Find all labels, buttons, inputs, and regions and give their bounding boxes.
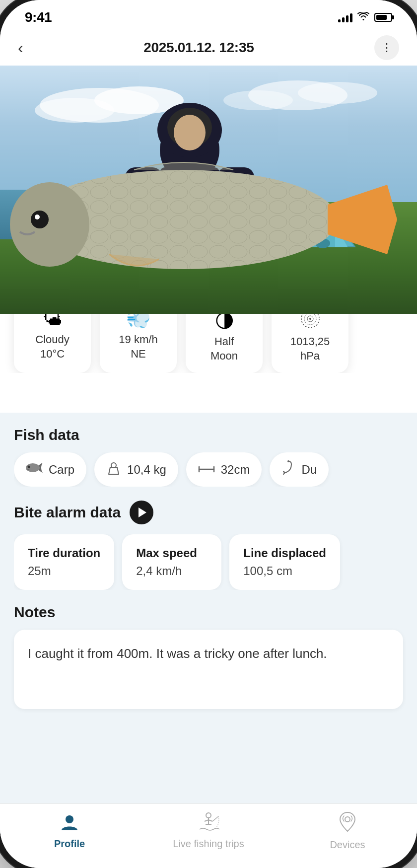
notes-section: Notes I caught it from 400m. It was a tr… [14, 604, 403, 709]
fish-hook-label: Du [301, 463, 317, 477]
fish-chip-length: 32cm [186, 452, 262, 487]
svg-point-4 [298, 82, 377, 104]
notes-text: I caught it from 400m. It was a tricky o… [14, 630, 403, 709]
svg-point-14 [174, 115, 206, 150]
fish-length-label: 32cm [221, 463, 250, 477]
weather-card-wind: 💨 19 km/hNE [100, 314, 177, 373]
svg-point-35 [206, 813, 211, 818]
profile-nav-label: Profile [54, 838, 85, 850]
nav-item-devices[interactable]: Devices [278, 811, 417, 851]
bite-cards-row: Tire duration 25m Max speed 2,4 km/h Lin… [14, 534, 403, 590]
play-button[interactable] [130, 501, 153, 524]
phone-frame: 9:41 ‹ 2025.01.12. 12:35 ⋮ [0, 0, 417, 868]
devices-nav-icon [338, 811, 357, 836]
signal-bars-icon [338, 12, 352, 22]
hero-image [0, 66, 417, 314]
header-title: 2025.01.12. 12:35 [143, 40, 254, 56]
fish-weight-label: 10,4 kg [127, 463, 166, 477]
fish-chips-row: Carp 10,4 kg [14, 452, 403, 487]
svg-point-36 [345, 817, 350, 822]
weight-icon [106, 460, 121, 479]
fish-data-title: Fish data [14, 427, 403, 443]
devices-nav-label: Devices [330, 839, 365, 851]
pressure-icon [299, 314, 321, 330]
wifi-icon [357, 12, 369, 23]
weather-moon-label: HalfMoon [210, 335, 238, 363]
weather-card-cloudy: 🌤 Cloudy10°C [14, 314, 91, 373]
more-button[interactable]: ⋮ [374, 35, 399, 60]
weather-wind-label: 19 km/hNE [119, 333, 157, 361]
half-moon-icon: ◑ [215, 314, 234, 330]
status-bar: 9:41 [0, 0, 417, 30]
nav-item-live-fishing[interactable]: Live fishing trips [139, 812, 278, 850]
fish-chip-hook: Du [270, 452, 329, 487]
back-button[interactable]: ‹ [18, 39, 23, 57]
battery-icon [374, 13, 392, 22]
line-displaced-value: 100,5 cm [243, 564, 326, 578]
live-fishing-nav-icon [198, 812, 219, 835]
fish-species-label: Carp [49, 463, 74, 477]
bite-card-line-displaced: Line displaced 100,5 cm [229, 534, 340, 590]
status-time: 9:41 [25, 9, 52, 25]
status-icons [338, 12, 392, 23]
weather-card-moon: ◑ HalfMoon [186, 314, 263, 373]
fish-image [10, 155, 397, 279]
svg-point-31 [28, 466, 30, 468]
play-triangle-icon [139, 507, 146, 517]
svg-point-29 [309, 318, 311, 320]
weather-cloudy-label: Cloudy10°C [35, 333, 69, 361]
bite-alarm-title: Bite alarm data [14, 504, 121, 521]
max-speed-value: 2,4 km/h [136, 564, 208, 578]
notes-title: Notes [14, 604, 403, 621]
weather-card-pressure: 1013,25hPa [272, 314, 348, 373]
header: ‹ 2025.01.12. 12:35 ⋮ [0, 30, 417, 66]
line-displaced-title: Line displaced [243, 546, 326, 560]
more-dots-icon: ⋮ [381, 42, 393, 53]
profile-nav-icon [60, 812, 79, 835]
fish-icon [26, 461, 43, 478]
wind-icon: 💨 [126, 314, 151, 328]
svg-point-24 [35, 215, 40, 219]
bite-alarm-header: Bite alarm data [14, 501, 403, 524]
bottom-navigation: Profile Live fishing trips [0, 803, 417, 868]
hook-icon [281, 460, 295, 479]
weather-pressure-label: 1013,25hPa [290, 335, 330, 363]
fish-data-section: Fish data Carp [14, 427, 403, 487]
bite-card-tire-duration: Tire duration 25m [14, 534, 114, 590]
fish-chip-weight: 10,4 kg [94, 452, 178, 487]
nav-item-profile[interactable]: Profile [0, 812, 139, 850]
svg-point-22 [10, 182, 89, 267]
tire-duration-title: Tire duration [28, 546, 100, 560]
svg-point-34 [66, 815, 73, 823]
fish-chip-species: Carp [14, 452, 86, 487]
max-speed-title: Max speed [136, 546, 208, 560]
svg-point-33 [287, 460, 289, 462]
svg-point-30 [26, 463, 40, 472]
length-icon [198, 462, 215, 478]
bite-alarm-section: Bite alarm data Tire duration 25m Max sp… [14, 501, 403, 590]
tire-duration-value: 25m [28, 564, 100, 578]
weather-cards-row: 🌤 Cloudy10°C 💨 19 km/hNE ◑ HalfMoon [0, 314, 417, 373]
live-fishing-nav-label: Live fishing trips [173, 838, 244, 850]
svg-point-23 [31, 211, 49, 228]
bite-card-max-speed: Max speed 2,4 km/h [122, 534, 221, 590]
cloudy-icon: 🌤 [43, 314, 63, 328]
content-area: Fish data Carp [0, 413, 417, 860]
